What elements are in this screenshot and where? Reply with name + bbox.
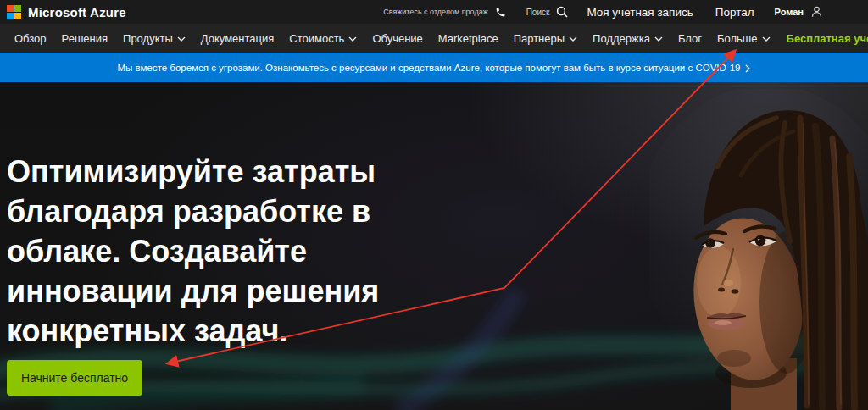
nav-item-pricing[interactable]: Стоимость — [289, 32, 357, 45]
free-account-link[interactable]: Бесплатная учетная запись — [787, 32, 868, 45]
hero-heading: Оптимизируйте затраты благодаря разработ… — [7, 152, 448, 351]
nav-label: Решения — [62, 32, 108, 45]
nav-item-overview[interactable]: Обзор — [14, 32, 47, 45]
microsoft-azure-logo[interactable]: Microsoft Azure — [0, 5, 126, 19]
covid-banner-text: Мы вместе боремся с угрозами. Ознакомьте… — [118, 63, 741, 73]
nav-label: Больше — [717, 32, 758, 45]
user-menu[interactable]: Роман — [775, 6, 822, 18]
chevron-down-icon — [177, 36, 186, 42]
nav-item-blog[interactable]: Блог — [678, 32, 702, 45]
search-label: Поиск — [526, 8, 550, 17]
chevron-down-icon — [569, 36, 577, 42]
covid-banner-link[interactable]: Мы вместе боремся с угрозами. Ознакомьте… — [0, 53, 868, 82]
hero-section: Оптимизируйте затраты благодаря разработ… — [0, 82, 868, 410]
nav-label: Документация — [201, 32, 275, 45]
phone-icon — [495, 7, 506, 18]
nav-item-documentation[interactable]: Документация — [201, 32, 275, 45]
search-icon — [556, 6, 568, 18]
nav-item-products[interactable]: Продукты — [123, 32, 186, 45]
nav-label: Обучение — [372, 32, 422, 45]
chevron-right-icon — [745, 64, 750, 73]
contact-sales-link[interactable]: Свяжитесь с отделом продаж — [383, 7, 505, 18]
portal-label: Портал — [715, 6, 754, 19]
nav-item-solutions[interactable]: Решения — [62, 32, 108, 45]
microsoft-logo-icon — [7, 5, 21, 19]
chevron-down-icon — [654, 36, 663, 42]
nav-item-support[interactable]: Поддержка — [593, 32, 663, 45]
main-nav: Обзор Решения Продукты Документация Стои… — [0, 24, 868, 53]
nav-item-partners[interactable]: Партнеры — [514, 32, 577, 45]
nav-label: Обзор — [14, 32, 47, 45]
search-control[interactable]: Поиск — [526, 6, 569, 18]
start-free-button[interactable]: Начните бесплатно — [7, 360, 142, 396]
my-account-link[interactable]: Моя учетная запись — [587, 6, 693, 19]
contact-sales-label: Свяжитесь с отделом продаж — [383, 8, 487, 16]
portal-link[interactable]: Портал — [715, 6, 754, 19]
nav-label: Marketplace — [438, 32, 498, 45]
my-account-label: Моя учетная запись — [587, 6, 693, 19]
username-label: Роман — [775, 7, 804, 17]
top-bar: Microsoft Azure Свяжитесь с отделом прод… — [0, 0, 868, 24]
nav-item-training[interactable]: Обучение — [372, 32, 422, 45]
woman-portrait-photo — [649, 89, 868, 410]
chevron-down-icon — [348, 36, 357, 42]
nav-label: Продукты — [123, 32, 173, 45]
nav-item-more[interactable]: Больше — [717, 32, 771, 45]
nav-label: Стоимость — [289, 32, 344, 45]
brand-name: Microsoft Azure — [28, 5, 126, 19]
top-bar-utilities: Свяжитесь с отделом продаж Поиск Моя уче… — [383, 6, 868, 19]
nav-label: Блог — [678, 32, 702, 45]
nav-label: Поддержка — [593, 32, 650, 45]
free-account-label: Бесплатная учетная запись — [787, 32, 868, 45]
nav-label: Партнеры — [514, 32, 565, 45]
azure-homepage: Microsoft Azure Свяжитесь с отделом прод… — [0, 0, 868, 410]
person-icon — [811, 6, 822, 18]
nav-item-marketplace[interactable]: Marketplace — [438, 32, 498, 45]
chevron-down-icon — [762, 36, 771, 42]
